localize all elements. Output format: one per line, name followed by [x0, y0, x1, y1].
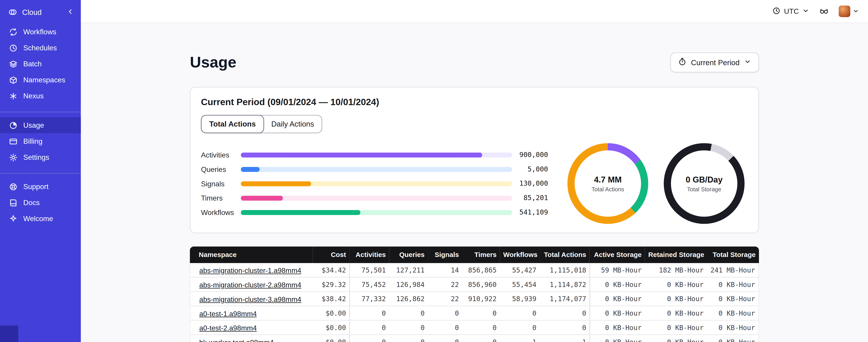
temporal-logo-icon — [8, 8, 17, 16]
table-row: abs-migration-cluster-2.a98mm4$29.3275,4… — [190, 277, 759, 292]
value-cell: 0 KB-Hour — [707, 320, 759, 335]
value-cell: 182 MB-Hour — [645, 263, 707, 277]
namespace-link[interactable]: abs-migration-cluster-3.a98mm4 — [199, 295, 301, 303]
value-cell: 0 — [349, 320, 389, 335]
sidebar-item-support[interactable]: Support — [0, 178, 81, 195]
glasses-button[interactable] — [819, 6, 829, 17]
bar-track — [241, 167, 512, 172]
column-header: Total Storage — [707, 247, 759, 263]
value-cell: 0 — [349, 306, 389, 320]
value-cell: 22 — [428, 292, 462, 306]
bar-label: Activities — [201, 151, 241, 159]
column-header: Active Storage — [590, 247, 645, 263]
value-cell: 55,454 — [500, 277, 540, 292]
namespace-link[interactable]: a0-test-2.a98mm4 — [199, 324, 257, 332]
card-title: Current Period (09/01/2024 — 10/01/2024) — [201, 97, 748, 107]
value-cell: 241 MB-Hour — [707, 263, 759, 277]
period-dropdown[interactable]: Current Period — [671, 53, 759, 72]
usage-bar-row: Signals130,000 — [201, 176, 548, 191]
value-cell: $38.42 — [313, 292, 349, 306]
usage-bar-row: Queries5,000 — [201, 162, 548, 176]
sidebar-item-usage[interactable]: Usage — [0, 117, 81, 133]
content: Usage Current Period Current Period (09/… — [190, 53, 759, 342]
actions-bar-chart: Activities900,000Queries5,000Signals130,… — [201, 147, 548, 219]
value-cell: 0 KB-Hour — [590, 320, 645, 335]
sidebar-item-workflows[interactable]: Workflows — [0, 24, 81, 40]
sidebar-item-label: Usage — [23, 121, 44, 130]
tab-total-actions[interactable]: Total Actions — [201, 115, 264, 133]
bar-fill — [241, 210, 360, 215]
value-cell: 0 KB-Hour — [707, 335, 759, 342]
usage-bar-row: Timers85,201 — [201, 191, 548, 205]
main-area: Usage Current Period Current Period (09/… — [81, 24, 868, 342]
value-cell: 0 — [540, 320, 590, 335]
value-cell: 0 KB-Hour — [645, 277, 707, 292]
value-cell: 0 KB-Hour — [645, 292, 707, 306]
bar-fill — [241, 152, 482, 157]
sidebar-item-settings[interactable]: Settings — [0, 149, 81, 165]
value-cell: 75,501 — [349, 263, 389, 277]
value-cell: 910,922 — [462, 292, 500, 306]
bar-track — [241, 195, 512, 200]
total-actions-label: Total Actions — [591, 186, 624, 192]
page-title: Usage — [190, 54, 236, 71]
namespace-link[interactable]: bk-worker-test.a98mm4 — [199, 338, 274, 342]
sidebar-item-batch[interactable]: Batch — [0, 56, 81, 72]
column-header: Cost — [313, 247, 349, 263]
value-cell: 127,211 — [389, 263, 428, 277]
brand-label: Cloud — [22, 8, 60, 16]
total-actions-value: 4.7 MM — [594, 175, 622, 184]
bar-value: 541,109 — [512, 208, 548, 216]
usage-icon — [9, 121, 18, 130]
sidebar-collapse-button[interactable] — [65, 7, 75, 17]
sidebar-item-schedules[interactable]: Schedules — [0, 40, 81, 56]
namespace-link[interactable]: abs-migration-cluster-2.a98mm4 — [199, 281, 301, 289]
namespace-link[interactable]: a0-test-1.a98mm4 — [199, 309, 257, 318]
sidebar-item-label: Support — [23, 182, 49, 191]
usage-charts: Activities900,000Queries5,000Signals130,… — [201, 142, 748, 225]
glasses-icon — [819, 6, 829, 17]
bar-track — [241, 152, 512, 157]
namespace-cell: abs-migration-cluster-3.a98mm4 — [190, 292, 313, 306]
value-cell: $29.32 — [313, 277, 349, 292]
stopwatch-icon — [678, 58, 687, 67]
sidebar-item-label: Namespaces — [23, 76, 65, 84]
column-header: Activities — [349, 247, 389, 263]
sidebar-item-billing[interactable]: Billing — [0, 133, 81, 149]
tab-daily-actions[interactable]: Daily Actions — [263, 115, 322, 133]
sidebar-nav: WorkflowsSchedulesBatchNamespacesNexusUs… — [0, 22, 81, 232]
sidebar-item-namespaces[interactable]: Namespaces — [0, 72, 81, 88]
namespace-cell: a0-test-2.a98mm4 — [190, 320, 313, 335]
sidebar-item-welcome[interactable]: Welcome — [0, 211, 81, 227]
settings-icon — [9, 153, 18, 162]
column-header: Queries — [389, 247, 428, 263]
actions-tab-group: Total ActionsDaily Actions — [201, 115, 322, 133]
namespace-usage-table: NamespaceCostActivitiesQueriesSignalsTim… — [190, 247, 759, 342]
table-header-row: NamespaceCostActivitiesQueriesSignalsTim… — [190, 247, 759, 263]
support-icon — [9, 182, 18, 191]
workflows-icon — [9, 27, 18, 36]
value-cell: 1,115,018 — [540, 263, 590, 277]
timezone-select[interactable]: UTC — [772, 6, 809, 16]
value-cell: 55,427 — [500, 263, 540, 277]
sidebar-item-docs[interactable]: Docs — [0, 195, 81, 211]
sidebar-item-label: Workflows — [23, 28, 56, 36]
value-cell: 75,452 — [349, 277, 389, 292]
value-cell: 0 — [389, 320, 428, 335]
namespace-link[interactable]: abs-migration-cluster-1.a98mm4 — [199, 266, 301, 275]
column-header: Total Actions — [540, 247, 590, 263]
total-actions-donut: 4.7 MM Total Actions — [567, 143, 648, 224]
namespace-cell: abs-migration-cluster-2.a98mm4 — [190, 277, 313, 292]
value-cell: 0 KB-Hour — [645, 320, 707, 335]
value-cell: 0 — [500, 320, 540, 335]
user-menu[interactable] — [839, 6, 859, 17]
namespace-cell: abs-migration-cluster-1.a98mm4 — [190, 263, 313, 277]
sidebar-item-label: Welcome — [23, 214, 53, 223]
sidebar-item-nexus[interactable]: Nexus — [0, 88, 81, 104]
value-cell: 0 — [349, 335, 389, 342]
namespace-cell: bk-worker-test.a98mm4 — [190, 335, 313, 342]
value-cell: 856,960 — [462, 277, 500, 292]
docs-icon — [9, 198, 18, 207]
sidebar-item-label: Batch — [23, 60, 41, 68]
value-cell: $0.00 — [313, 320, 349, 335]
